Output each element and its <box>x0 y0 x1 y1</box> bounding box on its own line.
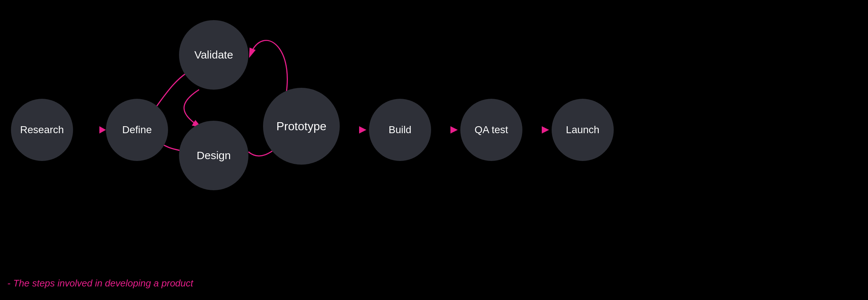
diagram-container: ResearchDefineValidateDesignPrototypeBui… <box>0 0 868 300</box>
node-define: Define <box>106 99 168 161</box>
node-launch: Launch <box>552 99 614 161</box>
arrow-research-define <box>99 126 106 134</box>
node-design: Design <box>179 121 248 190</box>
node-validate: Validate <box>179 20 248 90</box>
node-research: Research <box>11 99 73 161</box>
caption: - The steps involved in developing a pro… <box>7 278 193 289</box>
arrow-prototype-build <box>359 126 366 134</box>
arrow-validate-design <box>184 90 199 126</box>
node-prototype: Prototype <box>263 88 340 165</box>
node-build: Build <box>369 99 431 161</box>
arrow-qatest-launch <box>542 126 549 134</box>
arrow-build-qatest <box>450 126 458 134</box>
node-qa-test: QA test <box>460 99 522 161</box>
